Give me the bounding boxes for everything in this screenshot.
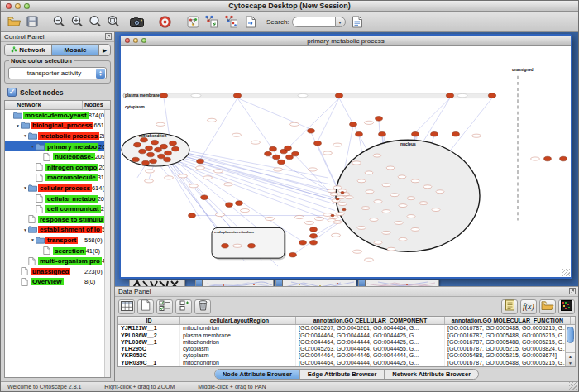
search-dropdown-button[interactable]: ▾	[335, 17, 346, 27]
select-nodes-checkbox[interactable]: ✓	[7, 88, 17, 97]
close-view-button[interactable]	[125, 38, 130, 43]
graph-blue-icon[interactable]	[203, 14, 218, 29]
tree-item-macromolecule[interactable]: macromolecule 311(0)	[5, 173, 110, 184]
float-panel-icon[interactable]	[105, 33, 112, 41]
formula-icon: f(x)	[522, 299, 535, 314]
tree-item-label: macromolecule	[45, 174, 98, 181]
tree-item-biological-process[interactable]: ▼ biological_process 651(0)	[5, 121, 110, 131]
file-icon	[28, 215, 38, 223]
window-resize-grip[interactable]	[562, 269, 570, 276]
tree-item-multi-organism-pro[interactable]: multi-organism pro 42(0)	[5, 256, 110, 266]
table-row[interactable]: YDR039C__1 mitochondrion [GO:0044464, GO…	[118, 360, 575, 366]
tree-item-label: biological_process	[31, 122, 93, 129]
tree-item-cellular-process[interactable]: ▼ cellular process 614(0)	[5, 183, 110, 194]
expand-arrow-icon[interactable]: ▼	[22, 227, 28, 232]
tree-item-overview[interactable]: Overview 8(0)	[5, 277, 110, 288]
tree-item-nitrogen-compo[interactable]: nitrogen compo 209(0)	[5, 162, 110, 173]
folder-icon	[36, 237, 45, 244]
zoom-in-icon[interactable]	[69, 14, 84, 29]
expand-arrow-icon[interactable]: ▼	[15, 123, 21, 128]
tree-item-response-to-stimulu[interactable]: response to stimulu 264(0)	[5, 214, 110, 225]
save-icon[interactable]	[25, 14, 40, 29]
close-window-button[interactable]	[6, 3, 12, 9]
folder-icon	[36, 143, 45, 151]
matrix-button[interactable]	[558, 299, 575, 314]
select-attrs-button[interactable]	[156, 299, 173, 314]
network-window-titlebar[interactable]: primary metabolic process	[121, 36, 571, 46]
tab-network-attribute-browser[interactable]: Network Attribute Browser	[385, 370, 478, 379]
file-icon	[36, 205, 45, 213]
tab-overflow-button[interactable]: ▶	[99, 45, 110, 55]
tree-item-transport[interactable]: ▼ transport 558(0)	[5, 235, 110, 246]
table-row[interactable]: YLR295C cytoplasm [GO:0045263, GO:004446…	[118, 346, 575, 352]
tab-node-attribute-browser[interactable]: Node Attribute Browser	[215, 370, 300, 379]
expand-arrow-icon[interactable]: ▼	[30, 144, 36, 149]
minimized-view-thumbnail[interactable]	[275, 280, 356, 286]
tab-network[interactable]: Network	[5, 45, 52, 55]
zoom-out-icon[interactable]	[51, 14, 66, 29]
node-color-dropdown[interactable]: transporter activity ▲▼	[8, 67, 107, 79]
help-ring-icon[interactable]	[157, 14, 172, 29]
attribute-table-header: ID_cellularLayoutRegionannotation.GO CEL…	[118, 317, 575, 325]
column-header[interactable]: _cellularLayoutRegion	[180, 317, 296, 324]
open-folder-icon[interactable]	[7, 14, 22, 29]
tree-item-secretion[interactable]: secretion 41(0)	[5, 246, 110, 256]
open-dir-button[interactable]	[539, 299, 556, 314]
network-canvas[interactable]: plasma membranecytoplasmnucleusmitochond…	[121, 46, 571, 277]
zoom-view-button[interactable]	[141, 38, 146, 43]
file-icon	[28, 257, 38, 265]
formula-button[interactable]: f(x)	[520, 299, 537, 314]
create-attr-button[interactable]	[175, 299, 192, 314]
float-panel-icon[interactable]	[569, 288, 576, 296]
table-row[interactable]: YPL036W__2 plasma membrane [GO:0044464, …	[118, 332, 575, 339]
tree-item-nucleobase-[interactable]: nucleobase- 209(0)	[5, 151, 110, 162]
scrollbar-arrows[interactable]: ▲▼	[566, 352, 575, 366]
network-icon[interactable]	[185, 14, 200, 29]
search-input[interactable]	[292, 17, 335, 27]
folder-icon	[28, 226, 38, 233]
tree-scrollbar[interactable]	[104, 110, 110, 377]
minimized-view-thumbnail[interactable]	[195, 280, 274, 286]
tree-item-establishment-of-lo[interactable]: ▼ establishment of lo 558(0)	[5, 225, 110, 236]
column-header[interactable]: ID	[118, 317, 180, 324]
table-button[interactable]	[118, 299, 135, 314]
app-resize-grip[interactable]	[569, 382, 577, 390]
delete-button[interactable]	[194, 299, 211, 314]
zoom-fit-icon[interactable]	[106, 14, 121, 29]
expand-arrow-icon[interactable]: ▼	[22, 133, 28, 138]
expand-arrow-icon[interactable]: ▼	[22, 185, 28, 190]
network-view-window[interactable]: primary metabolic process plasma membran…	[119, 34, 572, 279]
expand-arrow-icon[interactable]: ▼	[30, 237, 36, 242]
search-options-icon[interactable]	[350, 14, 365, 29]
tree-item-cellular-metabo[interactable]: cellular metabo 209(0)	[5, 194, 110, 204]
table-row[interactable]: YKR052C cytoplasm [GO:0044464, GO:004444…	[118, 352, 575, 359]
thumbnail-titlebar-icon	[196, 280, 203, 286]
minimize-view-button[interactable]	[133, 38, 138, 43]
minimized-view-thumbnail[interactable]	[129, 280, 185, 286]
table-scrollbar[interactable]: ▲▼	[565, 325, 575, 366]
tree-item-unassigned[interactable]: unassigned 223(0)	[5, 266, 110, 277]
minimized-view-thumbnail[interactable]	[358, 280, 439, 286]
zoom-selected-icon[interactable]	[88, 14, 103, 29]
table-row[interactable]: YJR121W__1 mitochondrion [GO:0045267, GO…	[118, 325, 575, 332]
new-page-button[interactable]	[137, 299, 154, 314]
tree-item-mosaic-demo-yeast[interactable]: mosaic-demo-yeast 874(0)	[5, 110, 110, 121]
snapshot-icon[interactable]	[129, 14, 144, 29]
import-page-icon[interactable]	[243, 14, 258, 29]
minimize-window-button[interactable]	[15, 3, 21, 9]
tree-item-primary-metabo[interactable]: ▼ primary metabo 209(...	[5, 141, 110, 152]
network-graph: plasma membranecytoplasmnucleusmitochond…	[121, 46, 571, 277]
scrollbar-thumb[interactable]	[567, 327, 574, 343]
notes-button[interactable]	[501, 299, 518, 314]
tab-mosaic[interactable]: Mosaic	[52, 45, 99, 55]
column-header[interactable]: annotation.GO CELLULAR_COMPONENT	[296, 317, 445, 324]
tree-item-cell-communicat[interactable]: cell communicat 22(0)	[5, 203, 110, 214]
zoom-window-button[interactable]	[24, 3, 30, 9]
column-header[interactable]: annotation.GO MOLECULAR_FUNCTION	[445, 317, 571, 324]
attribute-browser-tabs: Node Attribute BrowserEdge Attribute Bro…	[214, 369, 479, 380]
table-row[interactable]: YPL036W__1 mitochondrion [GO:0044464, GO…	[118, 339, 575, 346]
graph-red-icon[interactable]	[223, 14, 238, 29]
tree-item-metabolic-process[interactable]: ▼ metabolic process 280(0)	[5, 131, 110, 141]
network-tree-panel: Network Nodes mosaic-demo-yeast 874(0) ▼…	[4, 100, 111, 378]
tab-edge-attribute-browser[interactable]: Edge Attribute Browser	[300, 370, 385, 379]
